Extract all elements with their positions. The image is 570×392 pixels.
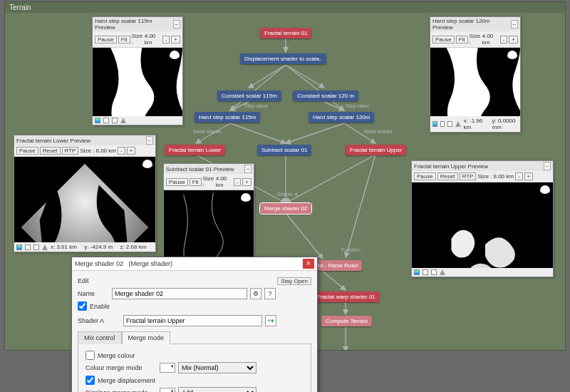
preview-image[interactable] <box>164 190 254 259</box>
size-minus-button[interactable]: - <box>234 178 242 186</box>
preview-hard-step-120[interactable]: Hard step scalar 120m Preview– Pause Fit… <box>430 16 521 133</box>
name-label: Name <box>78 290 109 297</box>
gradient-picker-icon[interactable] <box>160 363 175 373</box>
status-icon[interactable] <box>33 244 39 250</box>
size-value: 8.00 km <box>95 148 115 154</box>
merge-shader-dialog[interactable]: Merge shader 02 (Merge shader) × Edit St… <box>71 257 318 392</box>
pause-button[interactable]: Pause <box>432 36 455 43</box>
tab-merge-mode[interactable]: Merge mode <box>122 331 171 344</box>
node-hard-step-120[interactable]: Hard step scalar 120m <box>309 112 374 123</box>
pause-button[interactable]: Pause <box>16 147 38 155</box>
fit-button[interactable]: Fit <box>190 178 202 186</box>
node-displacement-to-scalar[interactable]: Displacement shader to scala.. <box>240 53 326 64</box>
pause-button[interactable]: Pause <box>414 172 436 180</box>
pause-button[interactable]: Pause <box>166 178 188 186</box>
fit-button[interactable]: Fit <box>118 36 130 43</box>
status-icon[interactable] <box>423 269 428 275</box>
link-label-step-value: Step value <box>244 103 268 108</box>
size-value: 4.00 km <box>145 33 161 46</box>
preview-fractal-upper[interactable]: Fractal terrain Upper Preview– Pause Res… <box>411 160 554 277</box>
preview-hard-step-115[interactable]: Hard step scalar 115m Preview– Pause Fit… <box>92 16 183 125</box>
fit-button[interactable]: Fit <box>456 36 468 43</box>
rtp-button[interactable]: RTP <box>460 172 477 180</box>
colour-mode-select[interactable]: Mix (Normal) <box>178 362 256 373</box>
node-subtract-scalar-01[interactable]: Subtract scalar 01 <box>257 145 311 155</box>
preview-collapse-button[interactable]: – <box>544 162 551 170</box>
enable-checkbox[interactable] <box>78 301 87 311</box>
node-merge-shader-02[interactable]: Merge shader 02 <box>260 203 311 214</box>
help-icon[interactable]: ? <box>264 288 276 299</box>
status-icon[interactable] <box>25 244 31 250</box>
node-constant-scalar-120[interactable]: Constant scalar 120 m <box>293 91 358 101</box>
size-plus-button[interactable]: + <box>242 178 252 186</box>
node-compute-terrain[interactable]: Compute Terrain <box>321 316 372 326</box>
svg-line-10 <box>344 123 375 143</box>
preview-collapse-button[interactable]: – <box>244 165 252 173</box>
size-plus-button[interactable]: + <box>127 147 136 155</box>
status-icon[interactable] <box>95 118 100 123</box>
size-plus-button[interactable]: + <box>171 36 180 43</box>
size-plus-button[interactable]: + <box>509 36 518 43</box>
preview-collapse-button[interactable]: – <box>146 136 153 145</box>
size-minus-button[interactable]: - <box>500 36 508 43</box>
preview-image[interactable] <box>93 48 182 116</box>
add-shader-icon[interactable]: +▾ <box>265 315 276 326</box>
node-hard-step-115[interactable]: Hard step scalar 115m <box>195 112 260 123</box>
svg-marker-22 <box>419 190 546 268</box>
shader-a-label: Shader A <box>78 317 120 324</box>
svg-line-16 <box>323 272 346 290</box>
node-constant-scalar-115[interactable]: Constant scalar 115m <box>217 91 281 101</box>
close-icon[interactable]: × <box>303 259 314 269</box>
displace-mode-select[interactable]: Add <box>178 387 256 392</box>
status-icon[interactable] <box>112 118 118 123</box>
status-icon[interactable] <box>440 121 445 127</box>
status-icon[interactable] <box>455 121 461 127</box>
terrain-icon <box>142 160 152 168</box>
size-minus-button[interactable]: - <box>162 36 170 43</box>
preview-fractal-lower[interactable]: Fractal terrain Lower Preview– Pause Res… <box>14 135 156 252</box>
tab-mix-control[interactable]: Mix control <box>78 331 122 344</box>
status-icon[interactable] <box>440 269 445 275</box>
preview-image[interactable] <box>14 157 155 242</box>
settings-icon[interactable]: ⚙ <box>250 288 261 299</box>
preview-collapse-button[interactable]: – <box>511 20 518 29</box>
node-fractal-warp-01[interactable]: Fractal warp shader 01 <box>313 292 380 302</box>
svg-line-4 <box>324 102 344 110</box>
reset-button[interactable]: Reset <box>40 147 61 155</box>
merge-displacement-checkbox[interactable] <box>86 376 95 385</box>
preview-image[interactable] <box>430 48 520 116</box>
status-icon[interactable] <box>120 118 126 123</box>
rtp-button[interactable]: RTP <box>62 147 79 155</box>
pause-button[interactable]: Pause <box>95 36 117 43</box>
status-icon[interactable] <box>414 269 420 275</box>
preview-title: Hard step scalar 115m Preview <box>95 18 173 31</box>
node-fractal-upper[interactable]: Fractal terrain Upper <box>346 145 406 155</box>
preview-image[interactable] <box>412 182 553 268</box>
svg-marker-20 <box>21 164 148 242</box>
stay-open-button[interactable]: Stay Open <box>277 277 311 285</box>
node-fractal-terrain-01[interactable]: Fractal terrain 01 <box>260 28 311 38</box>
preview-collapse-button[interactable]: – <box>173 20 180 29</box>
menu-edit[interactable]: Edit <box>78 276 89 286</box>
node-fractal-lower[interactable]: Fractal terrain Lower <box>165 145 225 155</box>
gradient-picker-icon[interactable] <box>160 388 175 392</box>
shader-a-input[interactable] <box>123 315 262 326</box>
size-minus-button[interactable]: - <box>118 147 125 155</box>
svg-line-7 <box>196 123 230 143</box>
reset-button[interactable]: Reset <box>437 172 458 180</box>
size-minus-button[interactable]: - <box>515 172 523 180</box>
size-label: Size : <box>203 175 214 188</box>
enable-label: Enable <box>90 303 110 310</box>
svg-line-1 <box>249 65 286 88</box>
merge-colour-checkbox[interactable] <box>86 351 95 360</box>
status-icon[interactable] <box>16 244 22 250</box>
name-input[interactable] <box>112 288 247 299</box>
status-icon[interactable] <box>42 244 48 250</box>
size-plus-button[interactable]: + <box>524 172 534 180</box>
status-y: y: 0.0000 mm <box>492 118 518 130</box>
status-icon[interactable] <box>103 118 109 123</box>
status-icon[interactable] <box>432 121 437 127</box>
svg-line-9 <box>286 123 344 143</box>
status-icon[interactable] <box>431 269 437 275</box>
status-icon[interactable] <box>447 121 452 127</box>
